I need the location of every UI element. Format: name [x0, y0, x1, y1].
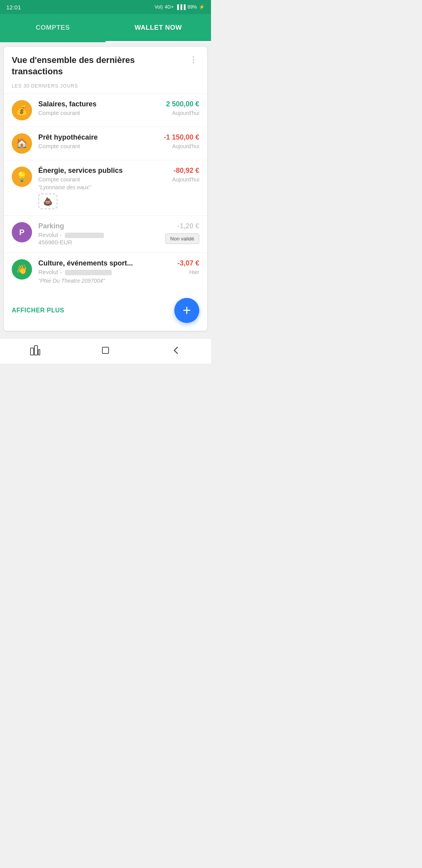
salaires-right: 2 500,00 € Aujourd'hui	[166, 100, 199, 116]
salaires-name: Salaires, factures	[38, 100, 160, 108]
energie-note: "Lyonnaise des eaux"	[38, 184, 166, 190]
energie-date: Aujourd'hui	[172, 176, 199, 183]
pret-right: -1 150,00 € Aujourd'hui	[164, 133, 199, 149]
charging-icon: ⚡	[199, 4, 205, 10]
parking-account-blurred	[65, 233, 104, 238]
culture-account: Revolut -	[38, 269, 62, 275]
tab-bar: COMPTES WALLET NOW	[0, 14, 211, 42]
salaires-date: Aujourd'hui	[166, 110, 199, 116]
culture-account-line: Revolut -	[38, 269, 171, 276]
salaires-icon: 💰	[12, 100, 32, 120]
transaction-item[interactable]: 💡 Énergie, services publics Compte coura…	[4, 160, 207, 215]
energie-emoji-extra: 💩	[38, 194, 57, 209]
home-icon[interactable]	[100, 345, 111, 358]
status-bar: 12:01 Vol) 4G+ ▐▐▐ 89% ⚡	[0, 0, 211, 14]
show-more-button[interactable]: AFFICHER PLUS	[12, 307, 64, 314]
energie-account: Compte courant	[38, 176, 166, 183]
pret-body: Prêt hypothécaire Compte courant	[38, 133, 157, 150]
transaction-item[interactable]: P Parking Revolut - 456960-EUR -1,20 € N…	[4, 215, 207, 253]
pret-date: Aujourd'hui	[164, 143, 199, 149]
culture-account-blurred	[65, 270, 112, 275]
svg-rect-2	[38, 350, 40, 355]
salaires-amount: 2 500,00 €	[166, 100, 199, 108]
culture-date: Hier	[177, 269, 199, 275]
pret-amount: -1 150,00 €	[164, 133, 199, 142]
recent-apps-icon[interactable]	[30, 345, 41, 358]
battery-icon: ▐▐▐	[175, 4, 186, 10]
battery-level: 89%	[188, 4, 197, 10]
energie-icon: 💡	[12, 167, 32, 187]
signal-icon: Vol)	[155, 4, 163, 10]
transactions-card: Vue d'ensemble des dernières transaction…	[4, 47, 207, 331]
parking-account: Revolut -	[38, 231, 62, 238]
transaction-item[interactable]: 🏠 Prêt hypothécaire Compte courant -1 15…	[4, 127, 207, 160]
svg-rect-0	[30, 348, 34, 355]
tab-wallet-now[interactable]: WALLET NOW	[106, 14, 211, 42]
card-header: Vue d'ensemble des dernières transaction…	[4, 47, 207, 77]
network-type: 4G+	[165, 4, 173, 10]
parking-account-line: Revolut -	[38, 231, 159, 239]
more-options-icon[interactable]: ⋮	[188, 55, 199, 65]
transaction-item[interactable]: 👋 Culture, événements sport... Revolut -…	[4, 253, 207, 290]
culture-name: Culture, événements sport...	[38, 259, 171, 267]
parking-right: -1,20 € Non validé	[165, 222, 199, 244]
parking-name: Parking	[38, 222, 159, 230]
parking-sub-account: 456960-EUR	[38, 239, 159, 246]
main-content: Vue d'ensemble des dernières transaction…	[0, 42, 211, 335]
culture-right: -3,07 € Hier	[177, 259, 199, 275]
parking-amount: -1,20 €	[165, 222, 199, 230]
salaires-account: Compte courant	[38, 109, 160, 116]
pret-icon: 🏠	[12, 133, 32, 154]
parking-icon: P	[12, 222, 32, 242]
energie-body: Énergie, services publics Compte courant…	[38, 167, 166, 209]
transaction-item[interactable]: 💰 Salaires, factures Compte courant 2 50…	[4, 93, 207, 127]
culture-amount: -3,07 €	[177, 259, 199, 267]
energie-name: Énergie, services publics	[38, 167, 166, 175]
card-title: Vue d'ensemble des dernières transaction…	[12, 55, 188, 77]
svg-rect-1	[34, 346, 38, 355]
culture-body: Culture, événements sport... Revolut - "…	[38, 259, 171, 284]
period-label: LES 30 DERNIERS JOURS	[4, 77, 207, 93]
status-time: 12:01	[6, 4, 21, 11]
culture-note: "Phie Du Theatre 2097004"	[38, 278, 171, 284]
bottom-nav	[0, 339, 211, 364]
back-icon[interactable]	[170, 345, 181, 358]
salaires-body: Salaires, factures Compte courant	[38, 100, 160, 117]
fab-add-button[interactable]: +	[174, 298, 199, 323]
energie-right: -80,92 € Aujourd'hui	[172, 167, 199, 183]
pret-name: Prêt hypothécaire	[38, 133, 157, 142]
energie-amount: -80,92 €	[172, 167, 199, 175]
parking-status-badge: Non validé	[165, 233, 199, 244]
tab-comptes[interactable]: COMPTES	[0, 14, 106, 42]
pret-account: Compte courant	[38, 143, 157, 149]
status-icons: Vol) 4G+ ▐▐▐ 89% ⚡	[155, 4, 205, 10]
show-more-row: AFFICHER PLUS +	[4, 290, 207, 331]
svg-rect-3	[102, 347, 109, 353]
parking-body: Parking Revolut - 456960-EUR	[38, 222, 159, 246]
culture-icon: 👋	[12, 259, 32, 280]
